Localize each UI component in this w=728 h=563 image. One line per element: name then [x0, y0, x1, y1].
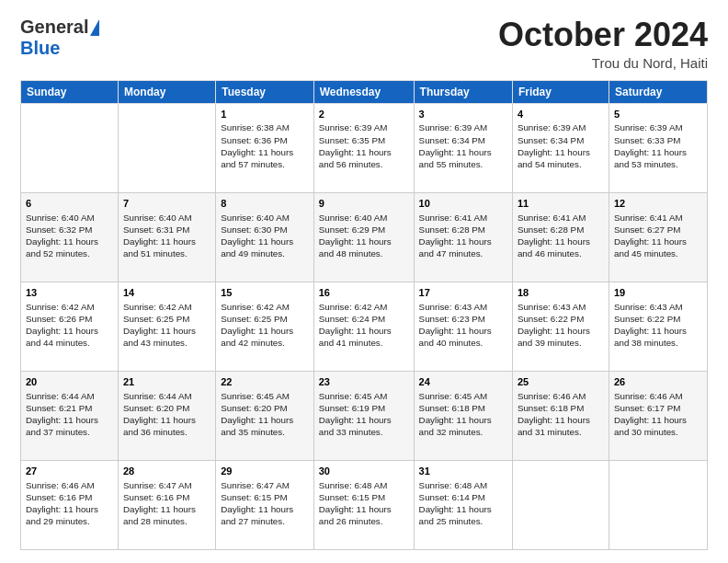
day-info: Sunrise: 6:42 AMSunset: 6:24 PMDaylight:… [319, 301, 409, 350]
page: General Blue October 2024 Trou du Nord, … [0, 0, 728, 563]
table-row: 11Sunrise: 6:41 AMSunset: 6:28 PMDayligh… [512, 192, 609, 282]
day-info: Sunrise: 6:39 AMSunset: 6:34 PMDaylight:… [518, 121, 604, 170]
day-number: 8 [221, 197, 309, 211]
logo-blue-text: Blue [20, 38, 60, 59]
day-info: Sunrise: 6:44 AMSunset: 6:21 PMDaylight:… [26, 390, 113, 439]
day-number: 28 [123, 465, 210, 478]
table-row: 21Sunrise: 6:44 AMSunset: 6:20 PMDayligh… [118, 371, 215, 460]
table-row: 7Sunrise: 6:40 AMSunset: 6:31 PMDaylight… [118, 192, 215, 282]
day-number: 20 [26, 375, 113, 389]
day-number: 1 [221, 108, 309, 121]
table-row: 2Sunrise: 6:39 AMSunset: 6:35 PMDaylight… [313, 103, 414, 192]
col-tuesday: Tuesday [216, 80, 314, 103]
header: General Blue October 2024 Trou du Nord, … [20, 17, 708, 71]
table-row: 24Sunrise: 6:45 AMSunset: 6:18 PMDayligh… [414, 371, 512, 460]
day-info: Sunrise: 6:42 AMSunset: 6:25 PMDaylight:… [221, 301, 309, 350]
day-info: Sunrise: 6:42 AMSunset: 6:25 PMDaylight:… [123, 301, 210, 350]
table-row: 15Sunrise: 6:42 AMSunset: 6:25 PMDayligh… [216, 282, 314, 371]
day-number: 22 [221, 375, 309, 389]
day-number: 14 [123, 286, 210, 300]
table-row: 3Sunrise: 6:39 AMSunset: 6:34 PMDaylight… [414, 103, 512, 192]
table-row: 16Sunrise: 6:42 AMSunset: 6:24 PMDayligh… [313, 282, 414, 371]
table-row: 9Sunrise: 6:40 AMSunset: 6:29 PMDaylight… [313, 192, 414, 282]
logo-triangle-icon [90, 19, 99, 36]
logo: General Blue [20, 17, 99, 59]
day-number: 2 [319, 108, 409, 121]
day-info: Sunrise: 6:45 AMSunset: 6:19 PMDaylight:… [319, 390, 409, 439]
calendar-week-row: 1Sunrise: 6:38 AMSunset: 6:36 PMDaylight… [21, 103, 708, 192]
day-info: Sunrise: 6:48 AMSunset: 6:15 PMDaylight:… [319, 479, 409, 528]
day-info: Sunrise: 6:40 AMSunset: 6:29 PMDaylight:… [319, 212, 409, 260]
calendar-week-row: 27Sunrise: 6:46 AMSunset: 6:16 PMDayligh… [21, 460, 708, 549]
day-info: Sunrise: 6:39 AMSunset: 6:35 PMDaylight:… [319, 121, 409, 170]
day-number: 19 [614, 286, 702, 300]
day-info: Sunrise: 6:43 AMSunset: 6:22 PMDaylight:… [518, 301, 604, 350]
logo-general-text: General [20, 17, 88, 38]
table-row: 29Sunrise: 6:47 AMSunset: 6:15 PMDayligh… [216, 460, 314, 549]
day-number: 29 [221, 465, 309, 478]
table-row: 27Sunrise: 6:46 AMSunset: 6:16 PMDayligh… [21, 460, 119, 549]
day-info: Sunrise: 6:43 AMSunset: 6:23 PMDaylight:… [419, 301, 507, 350]
day-number: 24 [419, 375, 507, 389]
month-title: October 2024 [498, 17, 708, 53]
day-info: Sunrise: 6:45 AMSunset: 6:20 PMDaylight:… [221, 390, 309, 439]
day-number: 9 [319, 197, 409, 211]
day-number: 15 [221, 286, 309, 300]
table-row: 8Sunrise: 6:40 AMSunset: 6:30 PMDaylight… [216, 192, 314, 282]
table-row: 13Sunrise: 6:42 AMSunset: 6:26 PMDayligh… [21, 282, 119, 371]
day-number: 17 [419, 286, 507, 300]
day-number: 12 [614, 197, 702, 211]
table-row: 17Sunrise: 6:43 AMSunset: 6:23 PMDayligh… [414, 282, 512, 371]
table-row: 25Sunrise: 6:46 AMSunset: 6:18 PMDayligh… [512, 371, 609, 460]
day-number: 5 [614, 108, 702, 121]
day-number: 21 [123, 375, 210, 389]
table-row [609, 460, 707, 549]
day-info: Sunrise: 6:41 AMSunset: 6:28 PMDaylight:… [419, 212, 507, 260]
calendar-week-row: 13Sunrise: 6:42 AMSunset: 6:26 PMDayligh… [21, 282, 708, 371]
table-row: 26Sunrise: 6:46 AMSunset: 6:17 PMDayligh… [609, 371, 707, 460]
day-number: 23 [319, 375, 409, 389]
day-number: 13 [26, 286, 113, 300]
table-row: 28Sunrise: 6:47 AMSunset: 6:16 PMDayligh… [118, 460, 215, 549]
table-row: 12Sunrise: 6:41 AMSunset: 6:27 PMDayligh… [609, 192, 707, 282]
col-saturday: Saturday [609, 80, 707, 103]
calendar-table: Sunday Monday Tuesday Wednesday Thursday… [20, 80, 708, 550]
day-number: 18 [518, 286, 604, 300]
day-number: 16 [319, 286, 409, 300]
day-info: Sunrise: 6:46 AMSunset: 6:16 PMDaylight:… [26, 479, 113, 528]
day-info: Sunrise: 6:40 AMSunset: 6:30 PMDaylight:… [221, 212, 309, 260]
day-info: Sunrise: 6:47 AMSunset: 6:16 PMDaylight:… [123, 479, 210, 528]
calendar-week-row: 6Sunrise: 6:40 AMSunset: 6:32 PMDaylight… [21, 192, 708, 282]
day-info: Sunrise: 6:44 AMSunset: 6:20 PMDaylight:… [123, 390, 210, 439]
col-sunday: Sunday [21, 80, 119, 103]
day-number: 27 [26, 465, 113, 478]
day-number: 3 [419, 108, 507, 121]
table-row: 20Sunrise: 6:44 AMSunset: 6:21 PMDayligh… [21, 371, 119, 460]
day-number: 31 [419, 465, 507, 478]
day-info: Sunrise: 6:38 AMSunset: 6:36 PMDaylight:… [221, 121, 309, 170]
day-info: Sunrise: 6:43 AMSunset: 6:22 PMDaylight:… [614, 301, 702, 350]
day-info: Sunrise: 6:40 AMSunset: 6:31 PMDaylight:… [123, 212, 210, 260]
col-wednesday: Wednesday [313, 80, 414, 103]
day-info: Sunrise: 6:42 AMSunset: 6:26 PMDaylight:… [26, 301, 113, 350]
day-info: Sunrise: 6:39 AMSunset: 6:33 PMDaylight:… [614, 121, 702, 170]
day-number: 4 [518, 108, 604, 121]
day-number: 11 [518, 197, 604, 211]
calendar-header-row: Sunday Monday Tuesday Wednesday Thursday… [21, 80, 708, 103]
day-info: Sunrise: 6:47 AMSunset: 6:15 PMDaylight:… [221, 479, 309, 528]
day-number: 6 [26, 197, 113, 211]
day-info: Sunrise: 6:46 AMSunset: 6:18 PMDaylight:… [518, 390, 604, 439]
table-row: 30Sunrise: 6:48 AMSunset: 6:15 PMDayligh… [313, 460, 414, 549]
table-row [118, 103, 215, 192]
day-info: Sunrise: 6:41 AMSunset: 6:27 PMDaylight:… [614, 212, 702, 260]
title-section: October 2024 Trou du Nord, Haiti [498, 17, 708, 71]
day-number: 30 [319, 465, 409, 478]
day-number: 25 [518, 375, 604, 389]
table-row [512, 460, 609, 549]
col-friday: Friday [512, 80, 609, 103]
table-row: 6Sunrise: 6:40 AMSunset: 6:32 PMDaylight… [21, 192, 119, 282]
day-number: 10 [419, 197, 507, 211]
col-monday: Monday [118, 80, 215, 103]
col-thursday: Thursday [414, 80, 512, 103]
table-row: 22Sunrise: 6:45 AMSunset: 6:20 PMDayligh… [216, 371, 314, 460]
